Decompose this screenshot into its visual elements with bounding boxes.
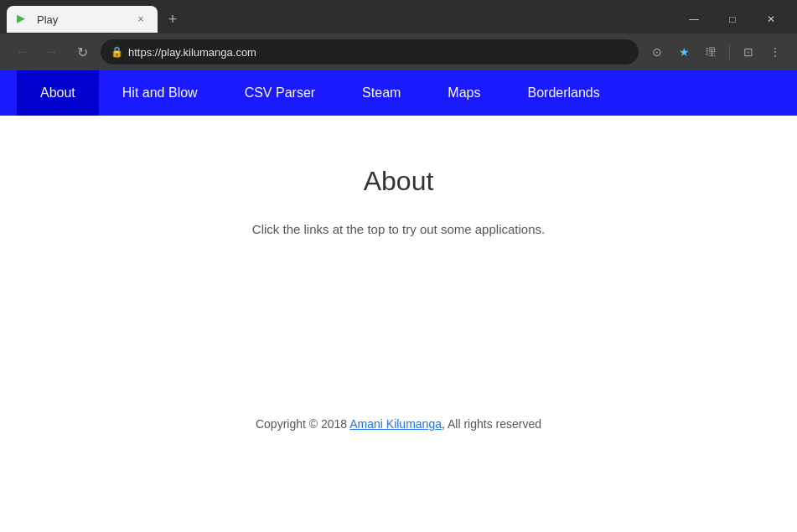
url-text: https://play.kilumanga.com: [128, 46, 256, 59]
footer-prefix: Copyright © 2018: [256, 417, 349, 431]
forward-button[interactable]: →: [40, 40, 64, 64]
nav-item-about[interactable]: About: [17, 70, 99, 116]
page-heading: About: [252, 166, 545, 197]
bookmark-button[interactable]: ★: [672, 40, 696, 64]
nav-item-steam[interactable]: Steam: [339, 70, 424, 116]
nav-item-borderlands[interactable]: Borderlands: [504, 70, 623, 116]
lock-icon: 🔒: [111, 46, 123, 58]
browser-actions: ⊙ ★ 理 ⊡ ⋮: [645, 40, 787, 64]
footer-suffix: , All rights reserved: [442, 417, 541, 431]
tab-title: Play: [37, 13, 127, 26]
nav-item-maps[interactable]: Maps: [424, 70, 504, 116]
extension-button[interactable]: ⊡: [737, 40, 760, 64]
back-button[interactable]: ←: [10, 40, 34, 64]
nav-item-hit-and-blow[interactable]: Hit and Blow: [99, 70, 221, 116]
page-content: About Click the links at the top to try …: [0, 116, 797, 400]
page-main: About Click the links at the top to try …: [252, 166, 545, 236]
maximize-button[interactable]: □: [713, 6, 752, 33]
window-controls: — □ ✕: [675, 6, 790, 33]
menu-button[interactable]: ⋮: [763, 40, 787, 64]
address-bar: ← → ↻ 🔒 https://play.kilumanga.com ⊙ ★ 理…: [0, 34, 797, 70]
browser-tab[interactable]: ▶ Play ×: [7, 6, 158, 33]
reload-button[interactable]: ↻: [70, 40, 94, 64]
tab-favicon: ▶: [17, 13, 30, 26]
nav-item-csv-parser[interactable]: CSV Parser: [221, 70, 339, 116]
tab-close-button[interactable]: ×: [134, 13, 147, 26]
new-tab-button[interactable]: +: [161, 8, 184, 31]
tab-bar: ▶ Play × + — □ ✕: [0, 0, 797, 34]
page-footer: Copyright © 2018 Amani Kilumanga, All ri…: [0, 400, 797, 447]
close-button[interactable]: ✕: [752, 6, 790, 33]
footer-author-link[interactable]: Amani Kilumanga: [349, 417, 442, 431]
page-description: Click the links at the top to try out so…: [252, 222, 545, 236]
circle-action-button[interactable]: ⊙: [645, 40, 669, 64]
minimize-button[interactable]: —: [675, 6, 713, 33]
url-box[interactable]: 🔒 https://play.kilumanga.com: [101, 39, 639, 65]
toolbar-divider: [729, 44, 730, 60]
nav-bar: About Hit and Blow CSV Parser Steam Maps…: [0, 70, 797, 116]
translate-button[interactable]: 理: [699, 40, 722, 64]
